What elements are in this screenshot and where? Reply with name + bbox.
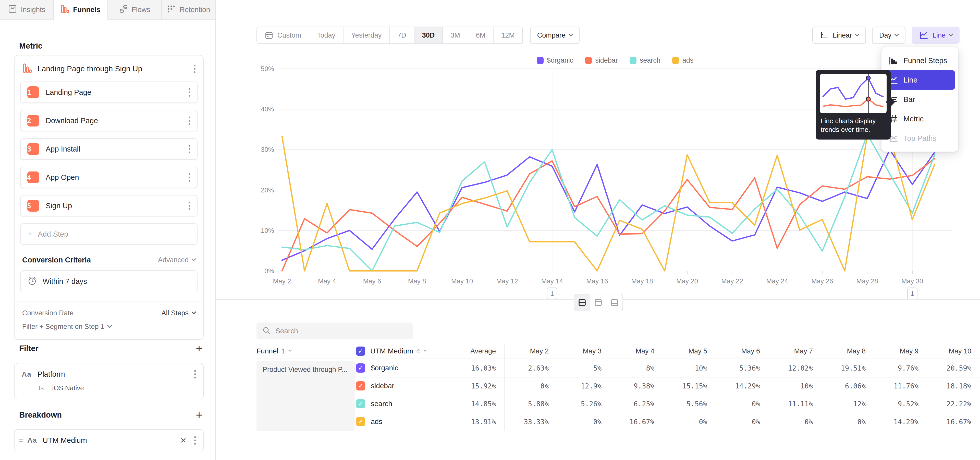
cell-value: 0% [715,418,768,426]
x-axis-tick [822,271,822,274]
compare-button[interactable]: Compare [530,27,579,44]
chevron-down-icon [288,348,292,351]
retention-icon [167,4,176,15]
cell-value: 10% [768,382,821,390]
dropdown-item-bar[interactable]: Bar [885,90,955,109]
scale-linear-button[interactable]: Linear [812,27,866,44]
all-steps-dropdown[interactable]: All Steps [161,309,196,317]
funnel-step-5[interactable]: 5 Sign Up [20,195,197,216]
conversion-window-value: Within 7 days [43,277,87,286]
average-column-header[interactable]: Average [440,347,504,355]
table-row[interactable]: ✓$organic 16.03% 2.63% 5% 8% 10% 5.36% 1… [256,359,980,377]
cell-value: 6.25% [610,400,662,408]
step-menu-kebab-icon[interactable] [189,117,190,125]
x-axis-tick [867,271,867,274]
table-row[interactable]: ✓search 14.85% 5.88% 5.26% 6.25% 5.56% 0… [256,395,980,413]
legend-label: $organic [547,56,573,64]
legend-item[interactable]: $organic [537,56,573,64]
annotation-badge[interactable]: 1 [547,288,557,300]
funnel-metric-header[interactable]: Landing Page through Sign Up [14,56,203,81]
breakdown-menu-kebab-icon[interactable] [194,436,196,445]
x-axis-tick [282,271,282,274]
legend-item[interactable]: search [630,56,660,64]
range-7d[interactable]: 7D [390,27,414,43]
advanced-dropdown[interactable]: Advanced [158,256,196,264]
x-axis-tick-label: May 14 [534,277,570,285]
filter-section-title: Filter [19,344,196,353]
range-30d[interactable]: 30D [414,27,443,43]
funnel-step-3[interactable]: 3 App Install [20,138,197,160]
metric-section-title: Metric [19,42,42,51]
x-axis-tick-label: May 20 [670,277,705,285]
date-column-header: May 10 [927,347,980,355]
breakdown-column-header[interactable]: ✓ UTM Medium 4 [356,347,440,356]
series-checkbox[interactable]: ✓ [356,363,365,372]
filter-value[interactable]: iOS Native [52,384,84,392]
breakdown-utm-card[interactable]: Aa UTM Medium ✕ [14,429,204,451]
dropdown-item-funnel-steps[interactable]: Funnel Steps [885,51,955,70]
range-6m[interactable]: 6M [468,27,494,43]
remove-breakdown-icon[interactable]: ✕ [180,436,186,445]
conversion-criteria-title: Conversion Criteria [22,256,158,264]
legend-item[interactable]: sidebar [585,56,618,64]
funnel-steps-icon [889,56,898,65]
add-step-button[interactable]: + Add Step [20,224,197,245]
funnel-step-1[interactable]: 1 Landing Page [20,81,197,103]
tab-retention[interactable]: Retention [162,0,215,19]
filter-segment-dropdown[interactable]: Filter + Segment on Step 1 [14,318,203,339]
legend-item[interactable]: ads [672,56,694,64]
dropdown-item-metric[interactable]: Metric [885,109,955,129]
range-custom[interactable]: Custom [257,27,309,43]
date-column-header: May 7 [768,347,821,355]
y-axis-tick-label: 10% [251,227,274,235]
layout-bottom-drawer-toggle[interactable] [606,294,622,311]
range-today[interactable]: Today [309,27,344,43]
drag-handle-icon[interactable] [19,439,23,442]
tooltip-text: Line charts display trends over time. [821,117,886,134]
tab-funnels[interactable]: Funnels [54,0,108,19]
cell-value: 0% [662,418,715,426]
step-menu-kebab-icon[interactable] [189,145,190,153]
series-line-$organic [282,150,935,260]
date-column-header: May 8 [821,347,874,355]
table-row[interactable]: ✓ads 13.91% 33.33% 0% 16.67% 0% 0% 0% 0%… [256,413,980,431]
series-checkbox[interactable]: ✓ [356,417,365,426]
y-axis-tick-label: 50% [251,65,274,73]
funnel-step-2[interactable]: 2 Download Page [20,110,197,131]
range-yesterday[interactable]: Yesterday [344,27,390,43]
layout-rows-split-toggle[interactable] [574,294,590,311]
filter-menu-kebab-icon[interactable] [194,370,196,379]
select-all-checkbox[interactable]: ✓ [356,347,365,356]
funnel-name-cell[interactable]: Product Viewed through P... [256,361,355,431]
add-filter-button[interactable]: + [196,345,202,352]
dropdown-item-top-paths: Top Paths [885,129,955,148]
range-12m[interactable]: 12M [493,27,522,43]
granularity-day-button[interactable]: Day [872,27,905,44]
series-name: ads [371,418,382,426]
filter-operator[interactable]: Is [38,384,44,392]
search-input[interactable] [275,327,407,335]
step-menu-kebab-icon[interactable] [189,202,190,210]
series-checkbox[interactable]: ✓ [356,399,365,408]
chart-type-line-button[interactable]: Line [912,27,959,44]
step-menu-kebab-icon[interactable] [189,88,190,97]
range-3m[interactable]: 3M [443,27,468,43]
funnel-column-header[interactable]: Funnel 1 [256,347,356,355]
x-axis-tick-label: May 12 [489,277,525,285]
layout-columns-split-toggle[interactable] [590,294,606,311]
dropdown-item-line[interactable]: Line [885,70,955,90]
filter-platform-card[interactable]: Aa Platform Is iOS Native [14,363,204,399]
table-row[interactable]: ✓sidebar 15.92% 0% 12.9% 9.38% 15.15% 14… [256,377,980,395]
conversion-window-button[interactable]: Within 7 days [20,270,197,292]
tab-insights[interactable]: Insights [0,0,54,19]
series-checkbox[interactable]: ✓ [356,381,365,390]
cell-value: 0% [504,382,557,390]
add-breakdown-button[interactable]: + [196,411,202,419]
tab-flows[interactable]: Flows [108,0,162,19]
funnel-step-4[interactable]: 4 App Open [20,167,197,188]
annotation-badge[interactable]: 1 [907,288,918,300]
x-axis-tick [417,271,417,274]
x-axis-tick-label: May 2 [264,277,300,285]
funnel-menu-kebab-icon[interactable] [194,65,196,73]
step-menu-kebab-icon[interactable] [189,173,190,182]
